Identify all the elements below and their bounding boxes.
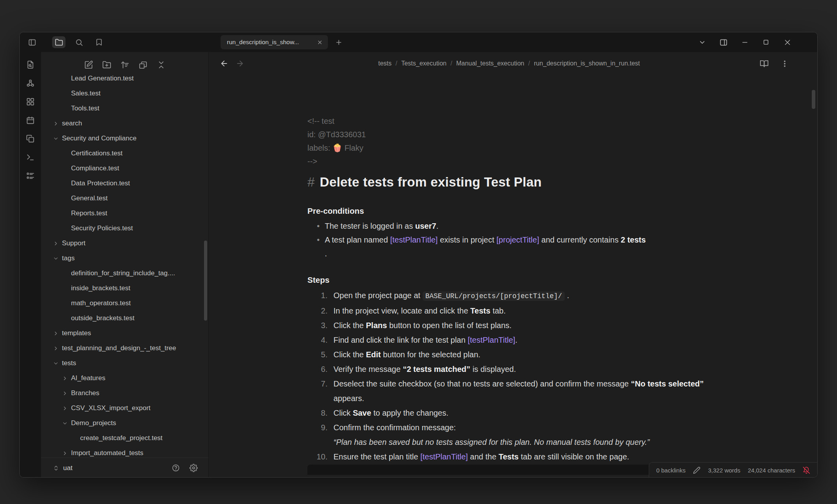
tree-item-label: General.test xyxy=(71,194,108,202)
search-tab-button[interactable] xyxy=(72,36,86,48)
backlinks-count[interactable]: 0 backlinks xyxy=(656,467,685,474)
tab-active[interactable]: run_description_is_show... xyxy=(221,35,328,49)
tree-folder[interactable]: search xyxy=(41,116,208,131)
internal-link[interactable]: [testPlanTitle] xyxy=(420,452,468,461)
tree-folder[interactable]: tags xyxy=(41,251,208,266)
tree-folder[interactable]: templates xyxy=(41,326,208,341)
bookmarks-tab-button[interactable] xyxy=(92,36,106,48)
tree-folder[interactable]: Security and Compliance xyxy=(41,131,208,146)
folder-icon xyxy=(55,38,63,47)
new-note-icon[interactable] xyxy=(84,60,94,70)
tree-file[interactable]: Reports.test xyxy=(41,206,208,221)
maximize-button[interactable] xyxy=(761,37,771,47)
more-options-button[interactable] xyxy=(779,58,790,69)
tree-folder[interactable]: AI_features xyxy=(41,371,208,386)
collapse-all-icon[interactable] xyxy=(156,60,166,70)
tree-folder[interactable]: Branches xyxy=(41,386,208,401)
breadcrumb-segment[interactable]: run_description_is_shown_in_run.test xyxy=(534,60,640,67)
text-segment: Plans xyxy=(366,321,387,330)
sort-order-icon[interactable] xyxy=(120,60,130,70)
tree-file[interactable]: definition_for_string_include_tag.... xyxy=(41,266,208,281)
tree-file[interactable]: Tools.test xyxy=(41,101,208,116)
chevron-right-icon xyxy=(62,390,68,396)
internal-link[interactable]: [projectTitle] xyxy=(496,235,539,244)
text-segment: Verify the message xyxy=(333,365,403,373)
tree-file[interactable]: inside_brackets.test xyxy=(41,281,208,296)
tree-file[interactable]: create_testcafe_project.test xyxy=(41,431,208,446)
new-tab-button[interactable] xyxy=(333,36,345,48)
sidebar-scrollbar-thumb[interactable] xyxy=(204,241,207,321)
tree-file[interactable]: General.test xyxy=(41,191,208,206)
terminal-icon[interactable] xyxy=(25,152,36,162)
text-segment: is displayed. xyxy=(470,365,516,373)
minimize-icon xyxy=(741,39,749,46)
breadcrumb-segment[interactable]: Tests_execution xyxy=(401,60,447,67)
pencil-icon[interactable] xyxy=(693,467,700,474)
step-number: 2. xyxy=(307,304,328,318)
bell-off-icon[interactable] xyxy=(803,467,810,474)
text-segment: and currently contains xyxy=(539,235,621,244)
gear-icon xyxy=(189,464,198,472)
navigate-back-button[interactable] xyxy=(219,58,229,69)
text-segment: Ensure the test plan title xyxy=(333,452,420,461)
tab-list-button[interactable] xyxy=(697,37,707,47)
internal-link[interactable]: [testPlanTitle] xyxy=(390,235,438,244)
settings-button[interactable] xyxy=(189,463,198,472)
file-search-icon[interactable] xyxy=(25,60,36,70)
comment-line: --> xyxy=(307,155,714,168)
tree-file[interactable]: Sales.test xyxy=(41,86,208,101)
close-window-button[interactable] xyxy=(783,37,792,47)
calendar-icon[interactable] xyxy=(25,115,36,125)
left-sidebar-toggle-button[interactable] xyxy=(25,36,39,48)
tree-folder[interactable]: tests xyxy=(41,356,208,371)
tree-folder[interactable]: test_planning_and_design_-_test_tree xyxy=(41,341,208,356)
tree-file[interactable]: Certifications.test xyxy=(41,146,208,161)
minimize-button[interactable] xyxy=(740,37,749,47)
right-sidebar-toggle-button[interactable] xyxy=(719,37,728,47)
breadcrumb-segment[interactable]: tests xyxy=(378,60,391,67)
text-segment: Tests xyxy=(498,452,519,461)
tree-item-label: CSV_XLSX_import_export xyxy=(71,404,150,412)
chevron-down-icon xyxy=(62,420,68,426)
tree-folder[interactable]: Demo_projects xyxy=(41,416,208,431)
editor-content[interactable]: <!-- test id: @Td3336031 labels: 🍿 Flaky… xyxy=(209,75,817,478)
tree-folder[interactable]: Support xyxy=(41,236,208,251)
vault-name: uat xyxy=(63,464,73,472)
tree-file[interactable]: Lead Generation.test xyxy=(41,71,208,86)
help-button[interactable] xyxy=(171,463,180,472)
internal-link[interactable]: [testPlanTitle] xyxy=(468,336,515,344)
step-number: 1. xyxy=(307,288,328,303)
tree-file[interactable]: Security Policies.test xyxy=(41,221,208,236)
status-bar: 0 backlinks 3,322 words 24,024 character… xyxy=(649,462,817,478)
tree-file[interactable]: Compliance.test xyxy=(41,161,208,176)
grid-layout-icon[interactable] xyxy=(25,97,36,107)
new-folder-icon[interactable] xyxy=(102,60,112,70)
graph-view-icon[interactable] xyxy=(25,78,36,88)
chevron-right-icon xyxy=(53,330,59,336)
left-sidebar-toggle-icon xyxy=(28,38,36,47)
files-tab-button[interactable] xyxy=(52,36,66,48)
right-sidebar-toggle-icon xyxy=(719,38,728,47)
navigate-forward-button[interactable] xyxy=(235,58,245,69)
tree-folder[interactable]: CSV_XLSX_import_export xyxy=(41,401,208,416)
window-controls xyxy=(697,37,817,47)
plus-icon xyxy=(335,39,343,46)
tree-file[interactable]: outside_brackets.test xyxy=(41,311,208,326)
tree-item-label: create_testcafe_project.test xyxy=(80,434,163,442)
text-segment: button to open the list of test plans. xyxy=(387,321,512,330)
vault-switcher[interactable]: uat xyxy=(53,464,73,472)
editor-scrollbar-thumb[interactable] xyxy=(812,90,815,109)
text-segment: “No tests selected” xyxy=(631,379,704,388)
breadcrumb: tests/Tests_execution/Manual_tests_execu… xyxy=(256,52,762,75)
chevron-down-icon xyxy=(53,256,59,261)
tab-close-button[interactable] xyxy=(315,38,324,47)
tree-file[interactable]: Data Protection.test xyxy=(41,176,208,191)
copy-files-icon[interactable] xyxy=(25,134,36,144)
tree-folder[interactable]: Import_automated_tests xyxy=(41,446,208,457)
list-details-icon[interactable] xyxy=(25,171,36,181)
tree-file[interactable]: math_operators.test xyxy=(41,296,208,311)
stacked-cards-icon[interactable] xyxy=(138,60,148,70)
breadcrumb-segment[interactable]: Manual_tests_execution xyxy=(456,60,524,67)
text-segment: Deselect the suite checkbox (so that no … xyxy=(333,379,631,388)
reading-mode-button[interactable] xyxy=(759,58,769,69)
